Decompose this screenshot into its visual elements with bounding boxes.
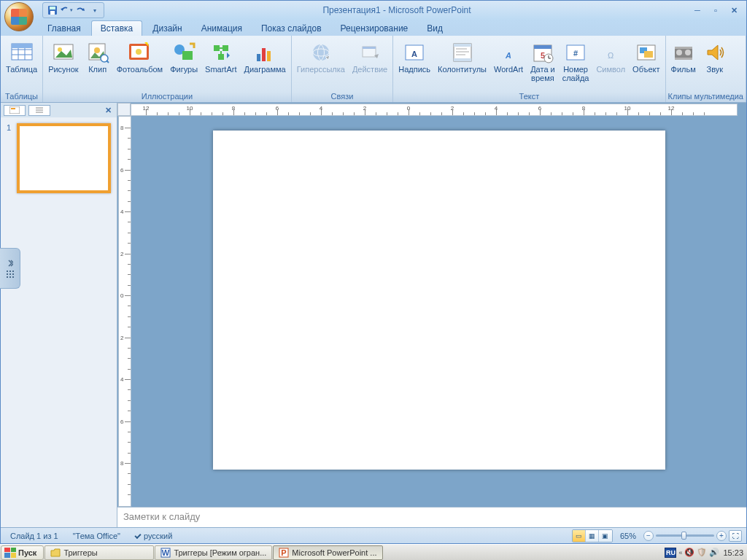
svg-rect-40 bbox=[534, 45, 551, 49]
movie-button[interactable]: Фильм bbox=[668, 39, 699, 88]
sound-button[interactable]: Звук bbox=[700, 39, 729, 88]
horizontal-ruler[interactable]: 12108642024681012 bbox=[131, 104, 738, 116]
undo-button[interactable]: ▾ bbox=[60, 4, 73, 17]
slideshow-view-button[interactable]: ▣ bbox=[599, 530, 612, 542]
datetime-icon: 5 bbox=[531, 41, 554, 64]
slide-viewport[interactable] bbox=[131, 116, 746, 507]
slide-canvas[interactable] bbox=[213, 131, 665, 470]
shapes-icon bbox=[172, 41, 196, 64]
status-language[interactable]: русский bbox=[130, 530, 177, 542]
tab-показ слайдов[interactable]: Показ слайдов bbox=[252, 21, 330, 36]
taskbar-task[interactable]: WТриггеры [Режим огран... bbox=[155, 545, 272, 560]
redo-button[interactable] bbox=[74, 4, 87, 17]
sorter-view-button[interactable]: ▦ bbox=[586, 530, 599, 542]
table-button[interactable]: Таблица bbox=[3, 39, 40, 88]
panel-close[interactable]: ✕ bbox=[103, 106, 114, 115]
clip-button[interactable]: Клип bbox=[83, 39, 112, 88]
svg-rect-23 bbox=[257, 54, 260, 61]
svg-rect-22 bbox=[218, 54, 224, 60]
view-buttons: ▭ ▦ ▣ bbox=[572, 529, 613, 542]
taskbar: Пуск ТриггерыWТриггеры [Режим огран...PM… bbox=[0, 544, 747, 560]
svg-rect-57 bbox=[11, 108, 15, 109]
wordart-button[interactable]: AWordArt bbox=[491, 39, 526, 88]
minimize-button[interactable]: ─ bbox=[689, 4, 705, 17]
tab-рецензирование[interactable]: Рецензирование bbox=[332, 21, 417, 36]
slides-panel: ✕ 1 bbox=[1, 103, 117, 527]
normal-view-button[interactable]: ▭ bbox=[573, 530, 586, 542]
maximize-button[interactable]: ▫ bbox=[708, 4, 724, 17]
action-button: Действие bbox=[349, 39, 390, 88]
qat-customize[interactable]: ▾ bbox=[88, 4, 101, 17]
svg-rect-56 bbox=[9, 106, 20, 114]
quick-access-toolbar: ▾ ▾ bbox=[42, 2, 104, 18]
datetime-button[interactable]: 5Дата и время bbox=[527, 39, 558, 88]
system-tray: RU « 🔇 🛡️ 🔊 15:23 bbox=[662, 548, 746, 558]
taskbar-task[interactable]: PMicrosoft PowerPoint ... bbox=[273, 545, 382, 560]
picture-button[interactable]: Рисунок bbox=[45, 39, 82, 88]
photoalbum-icon bbox=[128, 41, 151, 64]
table-icon bbox=[10, 41, 34, 64]
zoom-track[interactable] bbox=[656, 534, 714, 537]
object-icon bbox=[635, 41, 658, 64]
start-button[interactable]: Пуск bbox=[1, 545, 44, 560]
slide-thumbnail[interactable]: 1 bbox=[7, 123, 111, 193]
slides-tab[interactable] bbox=[4, 105, 26, 116]
svg-rect-1 bbox=[50, 7, 55, 9]
svg-point-17 bbox=[136, 49, 142, 55]
save-button[interactable] bbox=[46, 4, 59, 17]
tray-icon[interactable]: 🔊 bbox=[709, 548, 719, 557]
sound-icon bbox=[703, 41, 727, 64]
svg-rect-50 bbox=[644, 51, 653, 58]
headerfooter-button[interactable]: Колонтитулы bbox=[435, 39, 489, 88]
tray-language[interactable]: RU bbox=[665, 548, 676, 558]
group-label: Таблицы bbox=[3, 91, 40, 102]
tab-вставка[interactable]: Вставка bbox=[91, 20, 143, 36]
svg-rect-24 bbox=[262, 48, 266, 61]
svg-text:W: W bbox=[162, 548, 170, 557]
tray-chevron[interactable]: « bbox=[678, 549, 682, 556]
group-label: Клипы мультимедиа bbox=[668, 91, 743, 102]
chart-button[interactable]: Диаграмма bbox=[241, 39, 289, 88]
tab-главная[interactable]: Главная bbox=[39, 21, 90, 36]
svg-point-12 bbox=[94, 47, 100, 53]
office-button[interactable] bbox=[4, 2, 34, 31]
status-slide-number[interactable]: Слайд 1 из 1 bbox=[5, 530, 63, 542]
taskbar-task[interactable]: Триггеры bbox=[44, 545, 154, 560]
zoom-in-button[interactable]: + bbox=[716, 531, 727, 541]
window-title: Презентация1 - Microsoft PowerPoint bbox=[104, 5, 689, 15]
tab-дизайн[interactable]: Дизайн bbox=[144, 21, 190, 36]
textbox-button[interactable]: AНадпись bbox=[395, 39, 433, 88]
outline-tab[interactable] bbox=[28, 105, 50, 116]
wordart-icon: A bbox=[497, 41, 520, 64]
zoom-out-button[interactable]: − bbox=[643, 531, 654, 541]
zoom-percent[interactable]: 65% bbox=[615, 530, 641, 542]
svg-text:Ω: Ω bbox=[608, 51, 614, 60]
tray-icon[interactable]: 🛡️ bbox=[697, 548, 707, 557]
clip-icon bbox=[86, 41, 109, 64]
status-bar: Слайд 1 из 1 "Тема Office" русский ▭ ▦ ▣… bbox=[1, 527, 746, 543]
tab-анимация[interactable]: Анимация bbox=[193, 21, 251, 36]
slidenumber-button[interactable]: #Номер слайда bbox=[560, 39, 592, 88]
notes-pane[interactable]: Заметки к слайду bbox=[117, 507, 746, 527]
hyperlink-button: Гиперссылка bbox=[294, 39, 348, 88]
zoom-thumb[interactable] bbox=[681, 532, 686, 540]
object-button[interactable]: Объект bbox=[630, 39, 662, 88]
photoalbum-button[interactable]: Фотоальбом bbox=[114, 39, 166, 88]
tray-clock[interactable]: 15:23 bbox=[721, 548, 743, 557]
shapes-button[interactable]: Фигуры bbox=[167, 39, 201, 88]
vertical-ruler[interactable]: 864202468 bbox=[118, 116, 131, 507]
close-button[interactable]: ✕ bbox=[726, 4, 742, 17]
smartart-button[interactable]: SmartArt bbox=[202, 39, 239, 88]
group-label: Текст bbox=[395, 91, 662, 102]
task-pane-toggle[interactable] bbox=[0, 248, 20, 289]
tab-вид[interactable]: Вид bbox=[418, 21, 452, 36]
fit-window-button[interactable]: ⛶ bbox=[729, 530, 742, 542]
svg-rect-34 bbox=[454, 58, 471, 61]
svg-point-55 bbox=[685, 50, 691, 55]
symbol-icon: Ω bbox=[599, 41, 622, 64]
ribbon-tabs: ГлавнаяВставкаДизайнАнимацияПоказ слайдо… bbox=[1, 20, 746, 36]
tray-icon[interactable]: 🔇 bbox=[684, 548, 694, 557]
slidenumber-icon: # bbox=[564, 41, 587, 64]
svg-rect-53 bbox=[675, 58, 692, 60]
status-theme[interactable]: "Тема Office" bbox=[68, 530, 125, 542]
